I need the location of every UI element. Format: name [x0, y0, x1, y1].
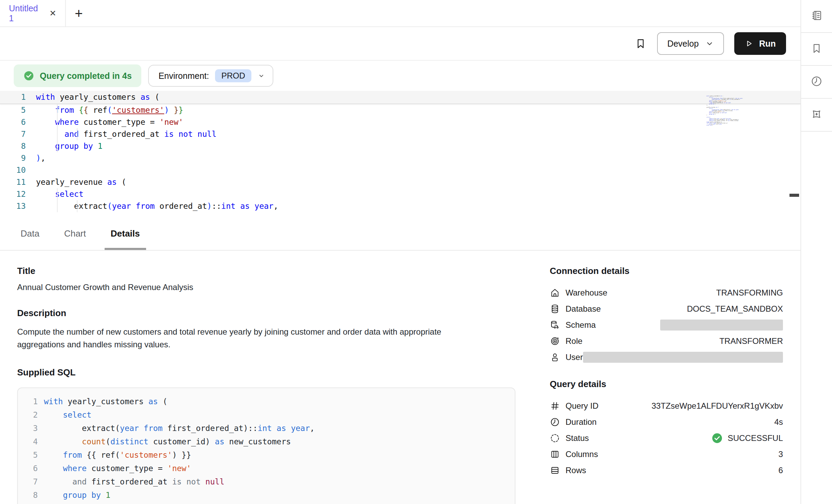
run-button[interactable]: Run [734, 32, 786, 55]
toolbar: Develop Run [0, 27, 800, 61]
spinner-icon [550, 433, 560, 443]
line-number: 12 [0, 188, 36, 200]
line-number: 7 [18, 475, 44, 489]
redacted-value [583, 352, 783, 363]
line-number: 5 [18, 448, 44, 462]
editor-scrollbar[interactable] [789, 91, 800, 217]
develop-button[interactable]: Develop [657, 32, 724, 55]
sidebar-bookmark-button[interactable] [801, 33, 832, 66]
tab-label: Untitled 1 [9, 3, 43, 23]
code-line: 4 count(distinct customer_id) as new_cus… [18, 435, 515, 448]
code-line: 6 where customer_type = 'new' [18, 462, 515, 475]
code-line: 8 group by 1 [18, 489, 515, 502]
detail-row: StatusSUCCESSFUL [550, 430, 783, 446]
line-number: 5 [0, 104, 36, 116]
rows-icon [550, 465, 560, 476]
code-line: 2 select [18, 408, 515, 422]
supplied-sql-block: 1with yearly_customers as (2 select3 ext… [17, 387, 515, 504]
user-icon [550, 352, 560, 362]
code-line: 11yearly_revenue as ( [0, 176, 800, 188]
history-icon [810, 75, 823, 89]
detail-row: WarehouseTRANSFORMING [550, 285, 783, 301]
code-line: 1with yearly_customers as ( [0, 91, 800, 104]
tab-untitled-1[interactable]: Untitled 1 ✕ [0, 0, 66, 26]
hash-icon [550, 401, 560, 411]
detail-value: DOCS_TEAM_SANDBOX [687, 304, 783, 314]
close-icon[interactable]: ✕ [49, 9, 56, 18]
detail-label: Database [566, 304, 601, 314]
query-status-row: Query completed in 4s Environment: PROD [0, 61, 800, 91]
code-line: 10 [0, 164, 800, 176]
query-status-text: Query completed in 4s [40, 71, 132, 81]
line-number: 3 [18, 422, 44, 435]
detail-value: 33TZseWpe1ALFDUYerxR1gVKxbv [652, 401, 783, 411]
redacted-value [660, 320, 783, 331]
detail-value: 3 [778, 449, 783, 459]
run-label: Run [759, 39, 776, 49]
detail-label: User [566, 352, 583, 362]
line-number: 2 [18, 408, 44, 422]
detail-row: Columns3 [550, 446, 783, 462]
code-line: 7 and first_ordered_at is not null [0, 128, 800, 140]
detail-row: Rows6 [550, 462, 783, 478]
title-heading: Title [17, 266, 515, 276]
detail-row: Query ID33TZseWpe1ALFDUYerxR1gVKxbv [550, 398, 783, 414]
code-line: 1with yearly_customers as ( [18, 395, 515, 408]
editor-minimap[interactable]: with yearly_customers as ( select extrac… [706, 96, 778, 126]
app-root: Untitled 1 ✕ + Develop Run Query complet… [0, 0, 832, 504]
main-area: Untitled 1 ✕ + Develop Run Query complet… [0, 0, 800, 504]
warehouse-icon [550, 288, 560, 298]
detail-row: RoleTRANSFORMER [550, 333, 783, 349]
new-tab-button[interactable]: + [75, 7, 83, 20]
detail-value: TRANSFORMING [716, 288, 783, 298]
environment-selector[interactable]: Environment: PROD [148, 65, 273, 87]
query-details-rows: Query ID33TZseWpe1ALFDUYerxR1gVKxbvDurat… [550, 398, 783, 478]
detail-label: Duration [566, 417, 597, 427]
bookmark-icon[interactable] [634, 37, 647, 50]
sidebar-history-button[interactable] [801, 66, 832, 99]
detail-row: DatabaseDOCS_TEAM_SANDBOX [550, 301, 783, 317]
editor-lines: 5 from {{ ref('customers') }}6 where cus… [0, 104, 800, 217]
detail-row: Schema [550, 317, 783, 333]
code-line: 5 from {{ ref('customers') }} [0, 104, 800, 116]
detail-label: Query ID [566, 401, 598, 411]
description-heading: Description [17, 308, 515, 319]
line-number: 7 [0, 128, 36, 140]
detail-label: Schema [566, 320, 596, 330]
query-details-heading: Query details [550, 379, 783, 389]
compass-icon [810, 108, 823, 122]
detail-value: 4s [774, 417, 783, 427]
play-icon [745, 39, 753, 48]
line-number: 13 [0, 200, 36, 212]
bookmark-icon [810, 42, 823, 56]
connection-details-rows: WarehouseTRANSFORMINGDatabaseDOCS_TEAM_S… [550, 285, 783, 365]
detail-label: Role [566, 336, 582, 346]
line-number: 8 [0, 140, 36, 152]
sidebar-compass-button[interactable] [801, 99, 832, 132]
schema-icon [550, 320, 560, 330]
tab-data[interactable]: Data [17, 217, 43, 250]
sidebar-notebook-button[interactable] [801, 0, 832, 33]
line-number: 8 [18, 489, 44, 502]
code-line: 9), [0, 152, 800, 164]
line-number: 9 [18, 502, 44, 504]
code-line: 9), [18, 502, 515, 504]
detail-value: 6 [778, 466, 783, 475]
develop-label: Develop [667, 39, 699, 49]
code-line: 13 extract(year from ordered_at)::int as… [0, 200, 800, 212]
detail-row: User [550, 349, 783, 365]
check-circle-icon [23, 70, 34, 81]
line-number: 11 [0, 176, 36, 188]
chevron-down-icon [705, 39, 714, 48]
scrollbar-thumb[interactable] [789, 194, 799, 197]
code-line: 5 from {{ ref('customers') }} [18, 448, 515, 462]
line-number: 10 [0, 164, 36, 176]
sql-editor[interactable]: 1with yearly_customers as ( 5 from {{ re… [0, 91, 800, 217]
line-number: 6 [18, 462, 44, 475]
tab-chart[interactable]: Chart [61, 217, 90, 250]
tab-details[interactable]: Details [107, 217, 143, 250]
line-number: 6 [0, 116, 36, 128]
right-sidebar [800, 0, 832, 504]
connection-details-heading: Connection details [550, 266, 783, 276]
clock-icon [550, 417, 560, 427]
